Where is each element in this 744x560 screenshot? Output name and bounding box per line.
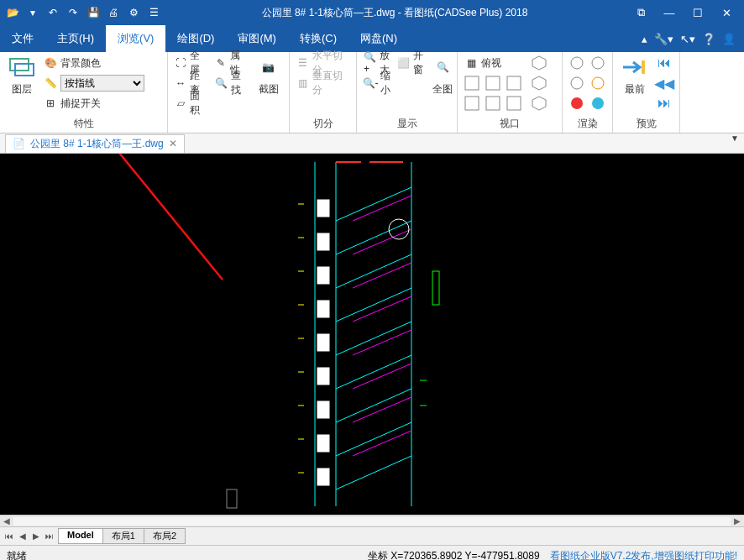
dropdown-icon[interactable]: ▾ — [25, 5, 40, 20]
svg-marker-10 — [532, 97, 546, 110]
svg-rect-22 — [317, 233, 329, 250]
bgcolor-button[interactable]: 🎨 背景颜色 — [42, 54, 146, 72]
layout-tab-1[interactable]: 布局1 — [102, 528, 144, 544]
zoomout-label: 缩小 — [380, 69, 390, 97]
nav-first-icon[interactable]: ⏮ — [655, 54, 673, 72]
svg-rect-7 — [507, 97, 521, 110]
window-zoom-label: 开窗 — [413, 49, 424, 77]
collapse-ribbon-icon[interactable]: ▼ — [731, 133, 739, 143]
svg-rect-60 — [432, 271, 439, 305]
workspace-button[interactable]: ⧉ — [628, 3, 653, 23]
linesel-button[interactable]: 📏 按指线 — [42, 74, 146, 92]
bgcolor-label: 背景颜色 — [60, 56, 101, 71]
viewport-group-title: 视口 — [463, 115, 557, 133]
scroll-right-icon[interactable]: ▶ — [731, 516, 744, 526]
window-zoom-button[interactable]: ⬜开窗 — [396, 54, 426, 72]
status-link[interactable]: 看图纸企业版V7.2发布,增强图纸打印功能! — [550, 549, 737, 560]
layout-prev-icon[interactable]: ◀ — [17, 531, 29, 542]
document-tab[interactable]: 📄 公园里 8# 1-1核心筒—王.dwg ✕ — [5, 134, 185, 153]
snap-label: 捕捉开关 — [60, 97, 101, 111]
dropdown-arrow-icon[interactable]: ▴ — [642, 33, 647, 45]
vp2-icon[interactable] — [484, 74, 502, 92]
layout-first-icon[interactable]: ⏮ — [3, 531, 15, 542]
vp4-icon[interactable] — [463, 94, 481, 113]
minimize-button[interactable]: — — [657, 3, 682, 23]
svg-rect-28 — [317, 435, 329, 452]
vsplit-button[interactable]: ▥垂直切分 — [295, 74, 351, 92]
svg-point-16 — [592, 97, 604, 109]
drawing-canvas[interactable] — [0, 154, 744, 515]
full-view-button[interactable]: 🔍 全图 — [429, 54, 456, 97]
snap-button[interactable]: ⊞ 捕捉开关 — [42, 94, 146, 113]
empty-group-title — [173, 118, 284, 133]
render4-icon[interactable] — [589, 74, 607, 92]
svg-rect-25 — [317, 334, 329, 351]
menu-home[interactable]: 主页(H) — [45, 25, 106, 52]
linetype-dropdown[interactable]: 按指线 — [60, 75, 144, 92]
nav-last-icon[interactable]: ⏭ — [655, 94, 673, 113]
tool2-icon[interactable]: ☰ — [146, 5, 161, 20]
undo-icon[interactable]: ↶ — [45, 5, 60, 20]
maximize-button[interactable]: ☐ — [685, 3, 710, 23]
layout-next-icon[interactable]: ▶ — [30, 531, 42, 542]
close-tab-icon[interactable]: ✕ — [169, 138, 177, 149]
cube3-icon[interactable] — [530, 94, 548, 113]
layout-last-icon[interactable]: ⏭ — [44, 531, 55, 542]
preview-group-title: 预览 — [618, 115, 674, 133]
layer-button[interactable]: 图层 — [5, 54, 39, 97]
render2-icon[interactable] — [589, 54, 607, 72]
menu-file[interactable]: 文件 — [0, 25, 45, 52]
document-tabbar: 📄 公园里 8# 1-1核心筒—王.dwg ✕ ▼ — [0, 133, 744, 154]
svg-line-48 — [353, 196, 411, 221]
layout-tab-model[interactable]: Model — [58, 528, 103, 544]
menu-view[interactable]: 浏览(V) — [106, 25, 165, 52]
render5-icon[interactable] — [568, 94, 586, 113]
svg-line-43 — [336, 322, 411, 355]
svg-point-14 — [592, 77, 604, 89]
help-icon[interactable]: ❔ — [702, 33, 715, 45]
svg-line-40 — [336, 221, 411, 254]
fullscreen-icon: ⛶ — [175, 56, 186, 70]
svg-line-52 — [353, 330, 411, 355]
find-button[interactable]: 🔍查找 — [213, 74, 250, 92]
hsplit-icon: ☰ — [296, 56, 309, 70]
render6-icon[interactable] — [589, 94, 607, 113]
vp1-icon[interactable] — [463, 74, 481, 92]
print-icon[interactable]: 🖨 — [106, 5, 121, 20]
layout-tab-2[interactable]: 布局2 — [144, 528, 186, 544]
svg-rect-23 — [317, 267, 329, 284]
vp6-icon[interactable] — [505, 94, 523, 113]
cube1-icon[interactable] — [530, 54, 548, 72]
user-icon[interactable]: 👤 — [722, 33, 736, 45]
svg-line-39 — [336, 187, 411, 221]
tool1-icon[interactable]: ⚙ — [126, 5, 141, 20]
vp5-icon[interactable] — [484, 94, 502, 113]
first-button[interactable]: 最前 — [618, 54, 652, 97]
screenshot-label: 截图 — [259, 82, 279, 97]
render1-icon[interactable] — [568, 54, 586, 72]
close-button[interactable]: ✕ — [714, 3, 739, 23]
nav-prev-icon[interactable]: ◀◀ — [655, 74, 673, 92]
open-icon[interactable]: 📂 — [5, 5, 20, 20]
scroll-left-icon[interactable]: ◀ — [0, 516, 13, 526]
area-button[interactable]: ▱面积 — [173, 94, 210, 113]
save-icon[interactable]: 💾 — [86, 5, 101, 20]
svg-point-11 — [571, 57, 583, 69]
cube2-icon[interactable] — [530, 74, 548, 92]
svg-line-47 — [336, 456, 411, 489]
wrench-icon[interactable]: 🔧▾ — [654, 33, 673, 45]
vp3-icon[interactable] — [505, 74, 523, 92]
status-ready: 就绪 — [7, 549, 27, 560]
svg-line-41 — [336, 254, 411, 288]
screenshot-button[interactable]: 📷 截图 — [254, 54, 284, 97]
camera-icon: 📷 — [255, 54, 282, 81]
zoomout-button[interactable]: 🔍-缩小 — [362, 74, 392, 92]
menu-cloud[interactable]: 网盘(N) — [348, 25, 409, 52]
topview-button[interactable]: ▦俯视 — [463, 54, 523, 72]
svg-line-42 — [336, 288, 411, 322]
zoomin-icon: 🔍+ — [364, 56, 376, 70]
redo-icon[interactable]: ↷ — [65, 5, 81, 20]
cursor-icon[interactable]: ↖▾ — [680, 33, 695, 45]
render3-icon[interactable] — [568, 74, 586, 92]
render-group-title: 渲染 — [568, 115, 607, 133]
